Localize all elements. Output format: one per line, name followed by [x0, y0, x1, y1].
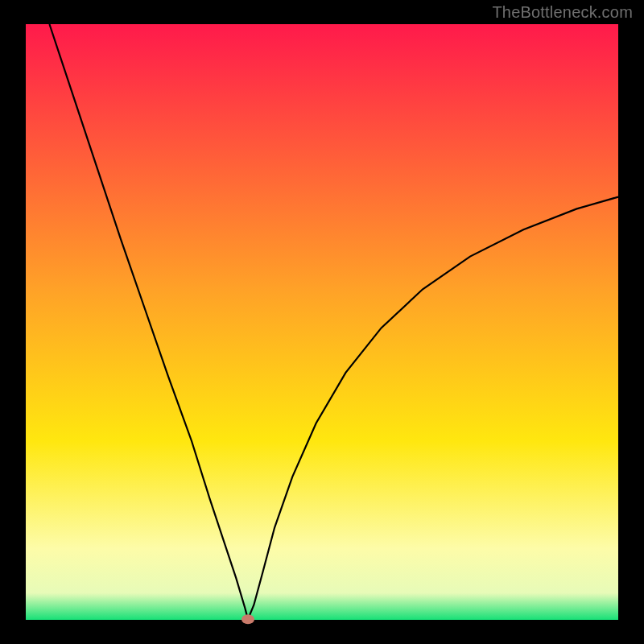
chart-frame: TheBottleneck.com	[0, 0, 644, 644]
bottleneck-chart	[0, 0, 644, 644]
plot-background	[26, 24, 618, 620]
optimal-point-marker	[242, 614, 254, 624]
watermark-text: TheBottleneck.com	[492, 3, 633, 22]
